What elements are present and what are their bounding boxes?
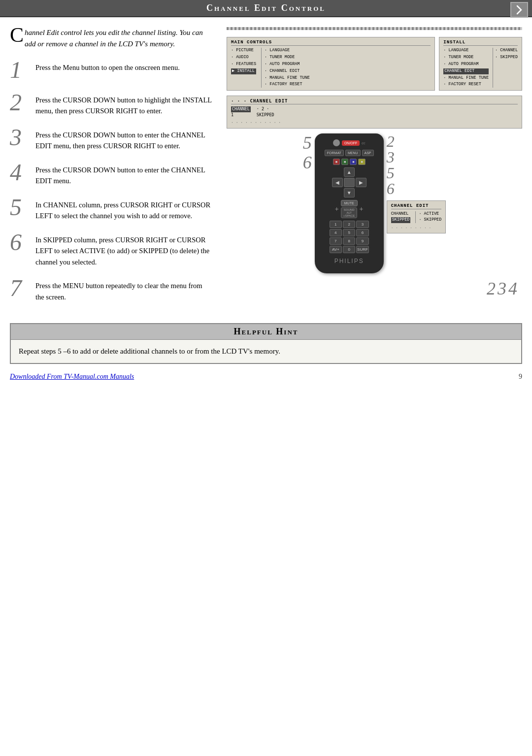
yellow-button[interactable]: ■ [358, 159, 365, 165]
install-channel-col: · CHANNEL [495, 48, 518, 54]
red-button[interactable]: ■ [333, 159, 340, 165]
step-3-text: Press the CURSOR DOWN button to enter th… [35, 128, 212, 152]
left-column: C hannel Edit control lets you edit the … [10, 27, 217, 313]
nav-empty-3 [332, 188, 343, 197]
hint-title: Helpful Hint [234, 327, 299, 336]
step-6: 6 In SKIPPED column, press CURSOR RIGHT … [10, 232, 212, 267]
btn-9[interactable]: 9 [356, 237, 368, 245]
nav-ok-button[interactable] [344, 178, 355, 187]
sub-factoryreset: FACTORY RESET [265, 82, 310, 88]
nav-right-button[interactable]: ▶ [356, 178, 366, 187]
blue-button[interactable]: ■ [350, 159, 357, 165]
power-button[interactable]: ON/OFF [342, 140, 360, 146]
brand-label: PHILIPS [334, 258, 364, 264]
btn-0[interactable]: 0 [343, 246, 355, 253]
step-nums-col-2: 2 3 5 6 [387, 133, 395, 197]
hint-box: Helpful Hint Repeat steps 5 –6 to add or… [10, 323, 522, 364]
hint-text: Repeat steps 5 –6 to add or delete addit… [19, 347, 280, 355]
install-skipped-col: · SKIPPED [495, 55, 518, 61]
channel-edit-row-1: · · · CHANNEL EDIT CHANNEL 1 · 2 · SKIPP… [227, 96, 522, 129]
install-language: LANGUAGE [443, 48, 489, 54]
right-column: MAIN CONTROLS PICTURE AUDIO FEATURES ▶ I… [227, 27, 522, 313]
nav-left-button[interactable]: ◀ [332, 178, 343, 187]
nav-empty-4 [356, 188, 366, 197]
header-icon [510, 2, 528, 18]
install-factoryreset: FACTORY RESET [443, 82, 489, 88]
install-tunermode: TUNER MODE [443, 55, 489, 61]
nav-pad: ▲ ◀ ▶ ▼ [332, 167, 366, 197]
nav-down-button[interactable]: ▼ [344, 188, 355, 197]
install-autoprogram: AUTO PROGRAM [443, 62, 489, 67]
step-6-number: 6 [10, 230, 29, 254]
step-num-5-right: 5 [303, 133, 312, 153]
btn-8[interactable]: 8 [343, 237, 355, 245]
page-number: 9 [519, 373, 522, 381]
sound-button[interactable]: SOUNDALT+SPACE [341, 207, 357, 218]
step-1: 1 Press the Menu button to open the onsc… [10, 60, 212, 82]
step-num-3: 3 [387, 149, 395, 165]
step-2: 2 Press the CURSOR DOWN button to highli… [10, 93, 212, 117]
step-4: 4 Press the CURSOR DOWN button to enter … [10, 163, 212, 187]
install-title: INSTALL [443, 40, 518, 46]
remote-control: ON/OFF cc FORMAT MENU ASP ■ ■ ■ ■ [315, 133, 384, 273]
footer-link[interactable]: Downloaded From TV-Manual.com Manuals [10, 373, 134, 381]
step-5-number: 5 [10, 196, 29, 219]
install-manualfinetune: MANUAL FINE TUNE [443, 75, 489, 81]
format-button[interactable]: FORMAT [325, 150, 344, 156]
btn-7[interactable]: 7 [330, 237, 342, 245]
top-screens-row: MAIN CONTROLS PICTURE AUDIO FEATURES ▶ I… [227, 37, 522, 91]
step-7-text: Press the MENU button repeatedly to clea… [35, 278, 212, 302]
hint-header: Helpful Hint [11, 324, 521, 340]
numpad: 1 2 3 4 5 6 7 8 9 AV+ 0 SURF [330, 221, 369, 253]
ce2-channel-label: CHANNEL [391, 211, 411, 217]
btn-av[interactable]: AV+ [330, 246, 342, 253]
sub-language: LANGUAGE [265, 48, 310, 54]
striped-bar-top [227, 27, 522, 30]
menu-button[interactable]: MENU [345, 150, 361, 156]
step-5-text: In CHANNEL column, press CURSOR RIGHT or… [35, 197, 212, 222]
step-7: 7 Press the MENU button repeatedly to cl… [10, 278, 212, 302]
step-2-number: 2 [10, 91, 29, 114]
btn-surf[interactable]: SURF [356, 246, 368, 253]
step-3-number: 3 [10, 126, 29, 149]
main-controls-title: MAIN CONTROLS [231, 40, 431, 46]
btn-1[interactable]: 1 [330, 221, 342, 228]
ce2-skipped-val: SKIPPED [391, 217, 411, 223]
vol-minus[interactable]: + [360, 205, 364, 213]
step-1-number: 1 [10, 58, 29, 82]
step-7-number: 7 [10, 276, 29, 300]
step-4-number: 4 [10, 161, 29, 184]
btn-3[interactable]: 3 [356, 221, 368, 228]
main-content: C hannel Edit control lets you edit the … [0, 17, 532, 313]
ce2-skipped: · SKIPPED [419, 217, 441, 223]
sub-autoprogram: AUTO PROGRAM [265, 62, 310, 67]
ce2-title: CHANNEL EDIT [391, 203, 442, 209]
right-screens-col: 2 3 5 6 CHANNEL EDIT CHANNEL SKIPPED [387, 133, 446, 233]
step-6-text: In SKIPPED column, press CURSOR RIGHT or… [35, 232, 212, 267]
btn-6[interactable]: 6 [356, 229, 368, 236]
page-footer: Downloaded From TV-Manual.com Manuals 9 [0, 369, 532, 386]
btn-2[interactable]: 2 [343, 221, 355, 228]
btn-5[interactable]: 5 [343, 229, 355, 236]
hint-content: Repeat steps 5 –6 to add or delete addit… [11, 340, 521, 363]
menu-features: FEATURES [231, 62, 256, 67]
ce1-dots: · · · · · · · · · · · [231, 120, 518, 126]
asp-button[interactable]: ASP [362, 150, 374, 156]
vol-plus[interactable]: + [335, 205, 339, 213]
install-channeledit: CHANNEL EDIT [443, 68, 489, 74]
cc-label: cc [362, 141, 365, 145]
color-buttons-row: ■ ■ ■ ■ [333, 159, 366, 165]
sub-tunermode: TUNER MODE [265, 55, 310, 61]
green-button[interactable]: ■ [341, 159, 348, 165]
ce2-dots: · · · · · · · · · [391, 225, 442, 230]
sub-manualfinetune: MANUAL FINE TUNE [265, 75, 310, 81]
mute-area: + MUTE SOUNDALT+SPACE + [320, 200, 379, 218]
nav-up-button[interactable]: ▲ [344, 167, 355, 177]
step-num-6-right: 6 [303, 153, 312, 173]
sub-channeledit: CHANNEL EDIT [265, 68, 310, 74]
mute-button[interactable]: MUTE [341, 200, 358, 206]
btn-4[interactable]: 4 [330, 229, 342, 236]
step-5: 5 In CHANNEL column, press CURSOR RIGHT … [10, 197, 212, 222]
page-title: Channel Edit Control [206, 3, 326, 13]
format-menu-row: FORMAT MENU ASP [325, 150, 374, 156]
